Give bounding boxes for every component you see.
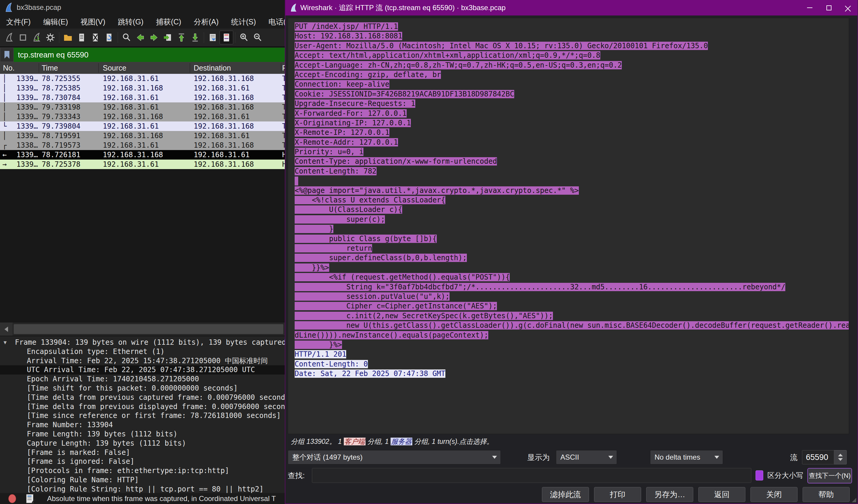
packet-row-9[interactable]: ←1339…78.726181192.168.31.168192.168.31.… <box>0 150 285 160</box>
zoom-in-icon[interactable] <box>237 31 251 44</box>
column-divider[interactable] <box>39 63 39 72</box>
close-button[interactable] <box>838 0 857 15</box>
detail-line-12[interactable]: [Frame is marked: False] <box>0 448 285 457</box>
packet-row-8[interactable]: ┌1338…78.719573192.168.31.61192.168.31.1… <box>0 141 285 150</box>
filter-out-stream-button[interactable]: 滤掉此流 <box>542 487 589 502</box>
packet-row-6[interactable]: └1339…79.739804192.168.31.61192.168.31.1… <box>0 121 285 131</box>
filter-bookmark-button[interactable] <box>0 48 14 62</box>
spin-down-icon[interactable] <box>838 458 843 461</box>
packet-row-3[interactable]: │1339…78.730784192.168.31.61192.168.31.1… <box>0 93 285 102</box>
detail-line-0[interactable]: ▼Frame 133904: 139 bytes on wire (1112 b… <box>0 338 285 347</box>
menu-item-7[interactable]: 电话(Y) <box>262 15 285 29</box>
find-next-button[interactable]: 查找下一个(N) <box>807 468 852 484</box>
stream-client-line: Content-Length: 782 <box>295 166 849 176</box>
restart-capture-icon[interactable] <box>30 31 44 44</box>
dialog-titlebar[interactable]: Wireshark · 追踪 HTTP 流 (tcp.stream eq 655… <box>285 0 857 15</box>
detail-line-3[interactable]: UTC Arrival Time: Feb 22, 2025 07:47:38.… <box>0 365 285 374</box>
zoom-out-icon[interactable] <box>251 31 265 44</box>
detail-line-5[interactable]: [Time shift for this packet: 0.000000000… <box>0 384 285 393</box>
menu-item-5[interactable]: 分析(A) <box>187 15 225 29</box>
expert-info-icon[interactable] <box>8 494 16 503</box>
go-to-packet-icon[interactable] <box>161 31 175 44</box>
main-titlebar: bx3base.pcap <box>0 0 285 15</box>
save-as-button[interactable]: 另存为… <box>646 487 693 502</box>
column-header-destination[interactable]: Destination <box>194 62 231 74</box>
case-sensitive-checkbox[interactable] <box>756 470 763 481</box>
back-button[interactable]: 返回 <box>698 487 745 502</box>
minimize-button[interactable] <box>800 0 819 15</box>
expand-caret-icon[interactable]: ▼ <box>3 338 6 347</box>
open-file-icon[interactable] <box>61 31 75 44</box>
detail-line-1[interactable]: Encapsulation type: Ethernet (1) <box>0 347 285 356</box>
menu-item-2[interactable]: 视图(V) <box>74 15 111 29</box>
packet-row-10[interactable]: →1339…78.725378192.168.31.61192.168.31.1… <box>0 160 285 169</box>
menu-item-6[interactable]: 统计(S) <box>225 15 262 29</box>
stream-content-area[interactable]: PUT /indeX.jsp/ HTTP/1.1Host: 192.168.31… <box>288 18 849 434</box>
column-header-source[interactable]: Source <box>103 62 126 74</box>
find-input[interactable] <box>312 468 751 483</box>
print-button[interactable]: 打印 <box>594 487 641 502</box>
display-filter-input[interactable]: tcp.stream eq 65590 <box>14 48 285 62</box>
packet-list-hscrollbar[interactable] <box>0 322 285 336</box>
resize-grip[interactable] <box>852 498 856 502</box>
packet-row-4[interactable]: │1339…79.733198192.168.31.61192.168.31.1… <box>0 102 285 112</box>
go-to-bottom-icon[interactable] <box>188 31 202 44</box>
auto-scroll-icon[interactable] <box>206 31 220 44</box>
reload-file-icon[interactable] <box>102 31 116 44</box>
packet-row-5[interactable]: │1339…79.733343192.168.31.168192.168.31.… <box>0 112 285 121</box>
detail-line-13[interactable]: [Frame is ignored: False] <box>0 457 285 466</box>
start-capture-icon[interactable] <box>2 31 16 44</box>
go-back-icon[interactable] <box>133 31 147 44</box>
stream-client-line: <%@page import="java.util.*,javax.crypto… <box>295 186 849 195</box>
go-forward-icon[interactable] <box>147 31 161 44</box>
stream-number-spinner[interactable]: 65590 <box>802 450 847 465</box>
detail-line-7[interactable]: [Time delta from previous displayed fram… <box>0 402 285 411</box>
go-to-top-icon[interactable] <box>175 31 188 44</box>
detail-line-11[interactable]: Capture Length: 139 bytes (1112 bits) <box>0 439 285 448</box>
column-divider[interactable] <box>281 63 281 72</box>
packet-row-1[interactable]: │1339…78.725355192.168.31.61192.168.31.1… <box>0 74 285 83</box>
detail-line-4[interactable]: Epoch Arrival Time: 1740210458.271205000 <box>0 374 285 384</box>
help-button[interactable]: 帮助 <box>803 487 850 502</box>
detail-line-14[interactable]: [Protocols in frame: eth:ethertype:ip:tc… <box>0 466 285 475</box>
detail-line-10[interactable]: Frame Length: 139 bytes (1112 bits) <box>0 429 285 439</box>
column-header-no[interactable]: No. <box>3 62 15 74</box>
column-divider[interactable] <box>98 63 99 72</box>
capture-options-icon[interactable] <box>44 31 57 44</box>
save-file-icon[interactable] <box>75 31 89 44</box>
stop-capture-icon[interactable] <box>16 31 30 44</box>
spinner-buttons[interactable] <box>834 450 847 465</box>
menu-item-0[interactable]: 文件(F) <box>0 15 37 29</box>
detail-line-9[interactable]: Frame Number: 133904 <box>0 420 285 429</box>
menu-item-4[interactable]: 捕获(C) <box>150 15 188 29</box>
detail-line-6[interactable]: [Time delta from previous captured frame… <box>0 393 285 402</box>
detail-line-16[interactable]: [Coloring Rule String: http || tcp.port … <box>0 485 285 494</box>
colorize-icon[interactable] <box>220 31 233 44</box>
stream-range-combo[interactable]: 整个对话 (1497 bytes) <box>288 450 501 465</box>
stream-number-value[interactable]: 65590 <box>802 450 834 465</box>
cell-sr: 192.168.31.61 <box>103 121 159 131</box>
stream-line-text: Date: Sat, 22 Feb 2025 07:47:38 GMT <box>295 370 445 378</box>
find-packet-icon[interactable] <box>120 31 133 44</box>
menu-item-3[interactable]: 跳转(G) <box>112 15 150 29</box>
spin-up-icon[interactable] <box>838 454 843 456</box>
detail-line-8[interactable]: [Time since reference or first frame: 78… <box>0 411 285 420</box>
close-file-icon[interactable] <box>89 31 102 44</box>
detail-line-2[interactable]: Arrival Time: Feb 22, 2025 15:47:38.2712… <box>0 356 285 365</box>
close-stream-button[interactable]: 关闭 <box>750 487 797 502</box>
capture-comment-icon[interactable] <box>26 494 33 503</box>
scroll-left-button[interactable] <box>0 322 13 336</box>
stream-label: 流 <box>790 450 797 465</box>
wireshark-logo-icon <box>4 2 13 13</box>
menu-item-1[interactable]: 编辑(E) <box>37 15 74 29</box>
packet-row-2[interactable]: │1339…78.725385192.168.31.168192.168.31.… <box>0 83 285 93</box>
show-as-combo[interactable]: ASCII <box>556 450 617 465</box>
maximize-button[interactable] <box>819 0 838 15</box>
hscrollbar-thumb[interactable] <box>14 324 283 334</box>
column-divider[interactable] <box>190 63 190 72</box>
delta-times-combo[interactable]: No delta times <box>650 450 723 465</box>
column-header-time[interactable]: Time <box>42 62 58 74</box>
detail-line-15[interactable]: [Coloring Rule Name: HTTP] <box>0 475 285 485</box>
related-packet-mark: ┌ <box>2 141 6 150</box>
packet-row-7[interactable]: │1339…78.719591192.168.31.168192.168.31.… <box>0 131 285 141</box>
